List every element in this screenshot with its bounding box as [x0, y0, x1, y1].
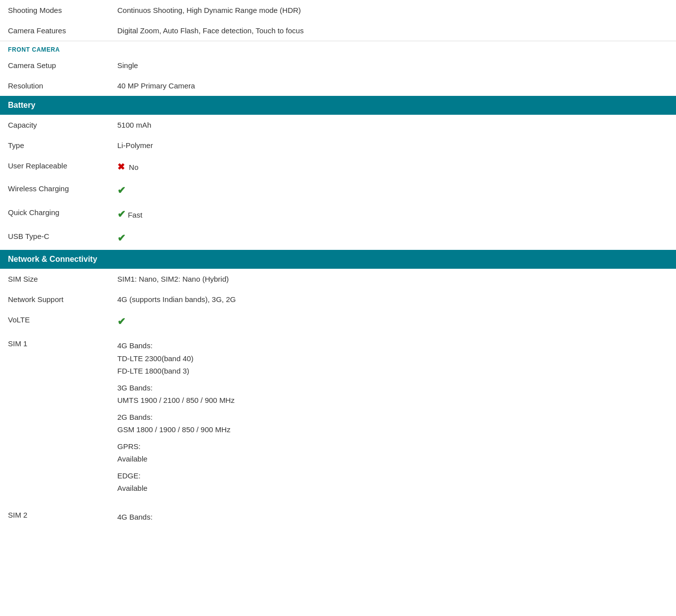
- subsection-header-front-camera: FRONT CAMERA: [0, 41, 676, 56]
- sim1-3g-band-1: UMTS 1900 / 2100 / 850 / 900 MHz: [117, 394, 668, 407]
- section-header-network: Network & Connectivity: [0, 250, 676, 269]
- row-value-sim2: 4G Bands:: [109, 505, 676, 534]
- subsection-header-label: FRONT CAMERA: [0, 41, 676, 56]
- sim2-4g-group: 4G Bands:: [117, 511, 668, 524]
- row-value: Li-Polymer: [109, 135, 676, 155]
- row-label: Resolution: [0, 76, 109, 96]
- table-row-network-support: Network Support 4G (supports Indian band…: [0, 289, 676, 309]
- fast-label: Fast: [128, 211, 142, 219]
- check-icon: ✔: [117, 316, 126, 327]
- table-row-user-replaceable: User Replaceable ✖ No: [0, 155, 676, 178]
- row-value: ✔: [109, 309, 676, 333]
- row-value: ✔ Fast: [109, 202, 676, 226]
- table-row-volte: VoLTE ✔: [0, 309, 676, 333]
- table-row: Camera Features Digital Zoom, Auto Flash…: [0, 20, 676, 41]
- table-row: Capacity 5100 mAh: [0, 115, 676, 135]
- table-row: Camera Setup Single: [0, 55, 676, 76]
- table-row-usb-type-c: USB Type-C ✔: [0, 226, 676, 250]
- row-value-sim1: 4G Bands: TD-LTE 2300(band 40) FD-LTE 18…: [109, 333, 676, 505]
- sim2-4g-label: 4G Bands:: [117, 511, 668, 524]
- table-row-sim-size: SIM Size SIM1: Nano, SIM2: Nano (Hybrid): [0, 269, 676, 289]
- spec-table: Shooting Modes Continuos Shooting, High …: [0, 0, 676, 533]
- row-value: Single: [109, 55, 676, 76]
- table-row: Shooting Modes Continuos Shooting, High …: [0, 0, 676, 20]
- no-label: No: [129, 163, 138, 171]
- row-label: Camera Setup: [0, 55, 109, 76]
- section-header-label: Network & Connectivity: [0, 250, 676, 269]
- sim1-2g-group: 2G Bands: GSM 1800 / 1900 / 850 / 900 MH…: [117, 411, 668, 436]
- row-label: Camera Features: [0, 20, 109, 41]
- row-label: Network Support: [0, 289, 109, 309]
- row-label: Wireless Charging: [0, 178, 109, 202]
- row-value: 4G (supports Indian bands), 3G, 2G: [109, 289, 676, 309]
- sim1-edge-value: Available: [117, 482, 668, 495]
- row-label: Quick Charging: [0, 202, 109, 226]
- table-row-sim2: SIM 2 4G Bands:: [0, 505, 676, 534]
- section-header-label: Battery: [0, 96, 676, 115]
- sim1-edge-label: EDGE:: [117, 469, 668, 482]
- sim1-2g-label: 2G Bands:: [117, 411, 668, 424]
- row-value: Digital Zoom, Auto Flash, Face detection…: [109, 20, 676, 41]
- sim1-4g-band-1: TD-LTE 2300(band 40): [117, 352, 668, 365]
- sim1-4g-label: 4G Bands:: [117, 339, 668, 352]
- row-value: ✔: [109, 226, 676, 250]
- sim1-gprs-label: GPRS:: [117, 440, 668, 453]
- row-value: 5100 mAh: [109, 115, 676, 135]
- row-label: VoLTE: [0, 309, 109, 333]
- table-row-quick-charging: Quick Charging ✔ Fast: [0, 202, 676, 226]
- cross-icon: ✖: [117, 162, 125, 172]
- table-row: Type Li-Polymer: [0, 135, 676, 155]
- row-value: ✔: [109, 178, 676, 202]
- row-label: Shooting Modes: [0, 0, 109, 20]
- row-label: SIM 2: [0, 505, 109, 534]
- row-value: Continuos Shooting, High Dynamic Range m…: [109, 0, 676, 20]
- row-value: SIM1: Nano, SIM2: Nano (Hybrid): [109, 269, 676, 289]
- row-label: USB Type-C: [0, 226, 109, 250]
- row-label: Capacity: [0, 115, 109, 135]
- row-value: 40 MP Primary Camera: [109, 76, 676, 96]
- sim1-2g-band-1: GSM 1800 / 1900 / 850 / 900 MHz: [117, 423, 668, 436]
- section-header-battery: Battery: [0, 96, 676, 115]
- sim1-4g-group: 4G Bands: TD-LTE 2300(band 40) FD-LTE 18…: [117, 339, 668, 378]
- sim1-3g-group: 3G Bands: UMTS 1900 / 2100 / 850 / 900 M…: [117, 382, 668, 407]
- table-row-wireless-charging: Wireless Charging ✔: [0, 178, 676, 202]
- check-icon: ✔: [117, 185, 126, 196]
- row-label: SIM Size: [0, 269, 109, 289]
- sim1-edge-group: EDGE: Available: [117, 469, 668, 495]
- row-label: User Replaceable: [0, 155, 109, 178]
- row-label: Type: [0, 135, 109, 155]
- row-label: SIM 1: [0, 333, 109, 505]
- sim1-gprs-value: Available: [117, 453, 668, 465]
- sim1-3g-label: 3G Bands:: [117, 382, 668, 394]
- check-icon: ✔: [117, 232, 126, 243]
- sim1-4g-band-2: FD-LTE 1800(band 3): [117, 365, 668, 378]
- table-row: Resolution 40 MP Primary Camera: [0, 76, 676, 96]
- row-value: ✖ No: [109, 155, 676, 178]
- check-icon: ✔: [117, 209, 126, 220]
- table-row-sim1: SIM 1 4G Bands: TD-LTE 2300(band 40) FD-…: [0, 333, 676, 505]
- sim1-gprs-group: GPRS: Available: [117, 440, 668, 465]
